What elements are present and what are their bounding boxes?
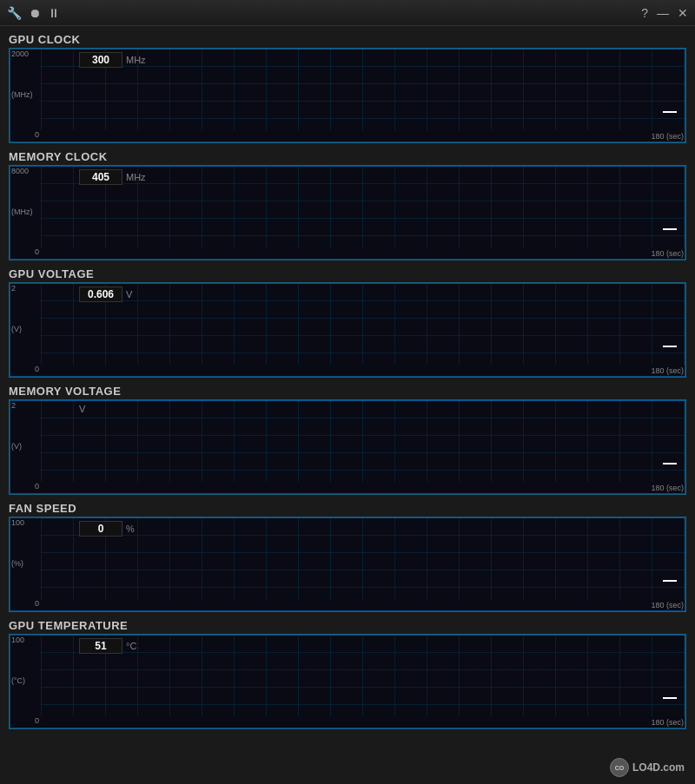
section-title-fan-speed: FAN SPEED <box>9 502 686 515</box>
titlebar-left: 🔧 ⏺ ⏸ <box>7 6 60 20</box>
line-indicator-memory-clock <box>663 228 677 230</box>
x-axis-memory-voltage: 180 (sec) <box>41 482 685 494</box>
line-indicator-memory-voltage <box>663 463 677 464</box>
y-min: 0 <box>35 716 39 725</box>
x-axis-gpu-temperature: 180 (sec) <box>41 716 685 728</box>
value-box-memory-clock: 405 <box>79 169 122 185</box>
value-display-gpu-voltage: 0.606 V <box>79 287 132 302</box>
value-unit-memory-clock: MHz <box>126 172 146 182</box>
line-indicator-gpu-voltage <box>663 346 677 347</box>
section-gpu-voltage: GPU VOLTAGE 2 (V) 0 0.606 V 180 (sec) <box>9 267 686 378</box>
value-unit-fan-speed: % <box>126 524 135 534</box>
value-box-gpu-voltage: 0.606 <box>79 287 122 302</box>
watermark: CO LO4D.com <box>610 758 685 777</box>
grid-gpu-clock: 300 MHz <box>41 49 685 130</box>
x-axis-fan-speed: 180 (sec) <box>41 599 685 611</box>
value-unit-gpu-temperature: °C <box>126 641 136 651</box>
help-button[interactable]: ? <box>641 6 648 20</box>
value-display-fan-speed: 0 % <box>79 521 135 537</box>
value-box-gpu-clock: 300 <box>79 52 122 68</box>
x-axis-gpu-voltage: 180 (sec) <box>41 365 685 377</box>
line-indicator-fan-speed <box>663 580 677 582</box>
y-min: 0 <box>35 482 39 491</box>
x-max: 180 (sec) <box>651 601 684 609</box>
minimize-button[interactable]: — <box>657 6 669 20</box>
x-max: 180 (sec) <box>651 132 684 141</box>
y-axis-gpu-voltage: 2 (V) 0 <box>10 283 41 377</box>
y-unit: (%) <box>11 559 39 568</box>
x-max: 180 (sec) <box>651 718 684 727</box>
chart-gpu-clock: 2000 (MHz) 0 300 MHz 180 (sec) <box>9 48 686 143</box>
watermark-logo: CO <box>610 758 629 777</box>
y-max: 100 <box>11 519 39 527</box>
y-axis-fan-speed: 100 (%) 0 <box>10 517 41 611</box>
value-display-gpu-temperature: 51 °C <box>79 638 136 654</box>
grid-fan-speed: 0 % <box>41 517 685 599</box>
value-box-gpu-temperature: 51 <box>79 638 122 654</box>
watermark-site: LO4D.com <box>632 761 685 774</box>
grid-memory-clock: 405 MHz <box>41 166 685 247</box>
x-max: 180 (sec) <box>651 366 684 375</box>
wrench-icon[interactable]: 🔧 <box>7 6 22 20</box>
close-button[interactable]: ✕ <box>678 6 688 20</box>
y-max: 8000 <box>11 168 39 175</box>
y-min: 0 <box>35 130 39 139</box>
value-display-gpu-clock: 300 MHz <box>79 52 146 68</box>
section-memory-voltage: MEMORY VOLTAGE 2 (V) 0 V 180 (sec) <box>9 385 686 495</box>
y-min: 0 <box>35 247 39 256</box>
line-indicator-gpu-clock <box>663 111 677 113</box>
section-title-memory-clock: MEMORY CLOCK <box>9 150 686 163</box>
chart-gpu-voltage: 2 (V) 0 0.606 V 180 (sec) <box>9 282 686 378</box>
section-title-gpu-voltage: GPU VOLTAGE <box>9 267 686 280</box>
grid-gpu-temperature: 51 °C <box>41 635 685 716</box>
x-max: 180 (sec) <box>651 484 684 492</box>
value-unit-memory-voltage: V <box>79 404 85 414</box>
section-memory-clock: MEMORY CLOCK 8000 (MHz) 0 405 MHz 180 (s… <box>9 150 686 260</box>
record-icon[interactable]: ⏺ <box>29 6 41 20</box>
titlebar-right: ? — ✕ <box>641 6 688 20</box>
chart-memory-clock: 8000 (MHz) 0 405 MHz 180 (sec) <box>9 165 686 260</box>
y-unit: (°C) <box>11 676 39 685</box>
y-min: 0 <box>35 599 39 608</box>
main-content: GPU CLOCK 2000 (MHz) 0 300 MHz 180 (sec)… <box>0 26 695 736</box>
y-min: 0 <box>35 365 39 373</box>
y-unit: (MHz) <box>11 208 39 216</box>
chart-memory-voltage: 2 (V) 0 V 180 (sec) <box>9 399 686 495</box>
section-title-memory-voltage: MEMORY VOLTAGE <box>9 385 686 398</box>
y-max: 2 <box>11 402 39 410</box>
value-display-memory-clock: 405 MHz <box>79 169 146 185</box>
grid-gpu-voltage: 0.606 V <box>41 283 685 365</box>
y-max: 2000 <box>11 50 39 58</box>
y-max: 100 <box>11 636 39 644</box>
x-axis-memory-clock: 180 (sec) <box>41 247 685 260</box>
y-axis-gpu-clock: 2000 (MHz) 0 <box>10 49 41 142</box>
titlebar: 🔧 ⏺ ⏸ ? — ✕ <box>0 0 695 26</box>
x-max: 180 (sec) <box>651 249 684 258</box>
y-axis-memory-clock: 8000 (MHz) 0 <box>10 166 41 260</box>
grid-memory-voltage: V <box>41 400 685 482</box>
chart-fan-speed: 100 (%) 0 0 % 180 (sec) <box>9 517 686 612</box>
y-axis-gpu-temperature: 100 (°C) 0 <box>10 635 41 728</box>
section-title-gpu-clock: GPU CLOCK <box>9 33 686 46</box>
line-indicator-gpu-temperature <box>663 697 677 699</box>
value-unit-gpu-voltage: V <box>126 289 132 300</box>
value-unit-gpu-clock: MHz <box>126 55 146 65</box>
y-axis-memory-voltage: 2 (V) 0 <box>10 400 41 494</box>
y-unit: (V) <box>11 442 39 451</box>
value-display-memory-voltage: V <box>79 404 85 414</box>
section-fan-speed: FAN SPEED 100 (%) 0 0 % 180 (sec) <box>9 502 686 612</box>
y-unit: (V) <box>11 325 39 333</box>
y-max: 2 <box>11 285 39 293</box>
section-gpu-temperature: GPU TEMPERATURE 100 (°C) 0 51 °C 180 (se… <box>9 619 686 729</box>
section-title-gpu-temperature: GPU TEMPERATURE <box>9 619 686 632</box>
pause-icon[interactable]: ⏸ <box>48 6 60 20</box>
section-gpu-clock: GPU CLOCK 2000 (MHz) 0 300 MHz 180 (sec) <box>9 33 686 143</box>
value-box-fan-speed: 0 <box>79 521 122 537</box>
y-unit: (MHz) <box>11 90 39 99</box>
chart-gpu-temperature: 100 (°C) 0 51 °C 180 (sec) <box>9 634 686 729</box>
x-axis-gpu-clock: 180 (sec) <box>41 130 685 142</box>
